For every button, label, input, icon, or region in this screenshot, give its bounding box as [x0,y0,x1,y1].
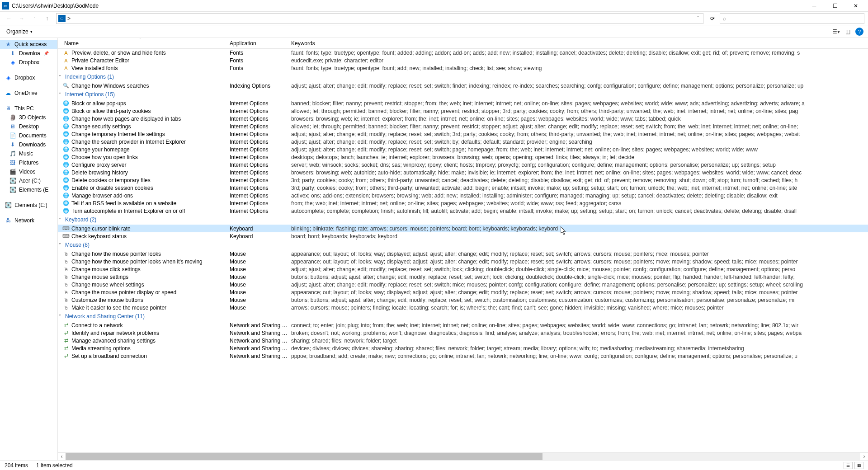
toolbar-right: ☰▾ ◫ ? [832,28,863,36]
item-icon: 🌐 [62,123,70,130]
list-item[interactable]: 🌐Turn autocomplete in Internet Explorer … [58,207,868,215]
list-item[interactable]: 🌐Delete browsing historyInternet Options… [58,169,868,176]
status-selected-items: 1 item selected [36,462,73,469]
list-item[interactable]: 🖱Change mouse settingsMousebutons; butto… [58,273,868,281]
item-application: Internet Options [230,146,291,153]
search-box[interactable]: ⌕ [720,13,864,24]
item-name: Connect to a network [71,322,230,329]
group-header[interactable]: ˅Internet Options (15) [58,89,868,99]
list-item[interactable]: ⇄Manage advanced sharing settingsNetwork… [58,337,868,344]
item-application: Mouse [230,251,291,257]
organize-button[interactable]: Organize ▾ [5,28,34,36]
item-name: Preview, delete, or show and hide fonts [71,50,230,56]
sidebar-network[interactable]: 🖧Network [0,216,57,225]
item-keywords: broken; doesn't; not; working; problems;… [291,330,868,336]
group-header[interactable]: ˅Network and Sharing Center (11) [58,311,868,321]
list-item[interactable]: 🌐Tell if an RSS feed is available on a w… [58,199,868,207]
star-icon: ★ [5,41,12,48]
list-item[interactable]: ⇄Identify and repair network problemsNet… [58,329,868,337]
list-item[interactable]: ⇄Connect to a networkNetwork and Sharing… [58,321,868,329]
list-item[interactable]: 🔍Change how Windows searchesIndexing Opt… [58,82,868,89]
list-item[interactable]: 🖱Change how the mouse pointer looks when… [58,258,868,265]
maximize-button[interactable]: ☐ [825,0,845,12]
objects3d-icon: 🗿 [9,114,16,121]
sidebar-3d-objects[interactable]: 🗿3D Objects [0,113,57,122]
column-header-application[interactable]: Application [230,40,291,47]
list-item[interactable]: 🖱Make it easier to see the mouse pointer… [58,304,868,311]
list-item[interactable]: ⌨Check keyboard statusKeyboardboard; bor… [58,232,868,240]
sidebar-music[interactable]: 🎵Music [0,149,57,158]
item-application: Internet Options [230,100,291,107]
list-item[interactable]: 🌐Block or allow third-party cookiesInter… [58,107,868,115]
list-item[interactable]: 🌐Change how web pages are displayed in t… [58,115,868,122]
sidebar-downloads-pinned[interactable]: ⬇Downloa📌 [0,49,57,58]
list-item[interactable]: 🌐Change security settingsInternet Option… [58,122,868,130]
sidebar-dropbox-pinned[interactable]: ◈Dropbox [0,58,57,67]
sidebar-acer-c[interactable]: 💽Acer (C:) [0,176,57,185]
list-item[interactable]: APrivate Character EditorFontseudcedit.e… [58,56,868,64]
chevron-down-icon: ˅ [59,92,65,97]
column-header-name[interactable]: Name [62,40,230,47]
sidebar-this-pc[interactable]: 🖥This PC [0,104,57,113]
group-header[interactable]: ˅Mouse (8) [58,240,868,250]
details-view-button[interactable]: ☰ [844,462,853,469]
search-input[interactable] [728,15,861,22]
group-header[interactable]: ˅Indexing Options (1) [58,72,868,82]
item-icon: 🌐 [62,200,70,207]
list-item[interactable]: 🌐Change your homepageInternet Optionsadj… [58,146,868,153]
sidebar-downloads[interactable]: ⬇Downloads [0,140,57,149]
list-item[interactable]: 🌐Change the search provider in Internet … [58,138,868,146]
list-item[interactable]: 🖱Change mouse wheel settingsMouseadjust;… [58,281,868,288]
group-header[interactable]: ˅Keyboard (2) [58,215,868,225]
item-icon: 🖱 [62,258,70,265]
column-header-keywords[interactable]: Keywords [291,40,868,47]
recent-dropdown[interactable]: ˅ [29,13,40,24]
sidebar-elements-e2[interactable]: 💽Elements (E:) [0,201,57,210]
back-button[interactable]: ← [4,13,14,24]
drive-icon: 💽 [9,177,16,184]
refresh-button[interactable]: ⟳ [707,13,718,24]
list-item[interactable]: ⌨Change cursor blink rateKeyboardblinkin… [58,225,868,232]
list-item[interactable]: ⇄Media streaming optionsNetwork and Shar… [58,344,868,352]
list-item[interactable]: APreview, delete, or show and hide fonts… [58,49,868,56]
address-dropdown[interactable]: ˅ [695,15,701,22]
preview-pane-button[interactable]: ◫ [844,28,852,35]
sidebar-pictures[interactable]: 🖼Pictures [0,158,57,167]
desktop-icon: 🖥 [9,123,16,130]
sidebar-documents[interactable]: 📄Documents [0,131,57,140]
up-button[interactable]: ↑ [42,13,52,24]
list-item[interactable]: 🌐Choose how you open linksInternet Optio… [58,153,868,161]
list-item[interactable]: 🖱Change how the mouse pointer looksMouse… [58,250,868,258]
list-item[interactable]: 🖱Customize the mouse buttonsMousebutons;… [58,296,868,304]
list-item[interactable]: 🌐Block or allow pop-upsInternet Optionsb… [58,99,868,107]
item-icon: A [62,57,70,64]
address-bar[interactable]: ▭ > ˅ [56,13,703,24]
minimize-button[interactable]: ─ [804,0,825,12]
navigation-pane[interactable]: ★Quick access ⬇Downloa📌 ◈Dropbox ◈Dropbo… [0,38,58,460]
list-item[interactable]: 🌐Manage browser add-onsInternet Optionsa… [58,192,868,199]
list-item[interactable]: 🌐Delete cookies or temporary filesIntern… [58,176,868,184]
sidebar-videos[interactable]: 🎬Videos [0,167,57,176]
chevron-down-icon: ˅ [59,217,65,222]
item-list[interactable]: APreview, delete, or show and hide fonts… [58,49,868,452]
list-item[interactable]: AView installed fontsFontsfaunt; fonts; … [58,64,868,72]
list-item[interactable]: 🌐Configure proxy serverInternet Optionss… [58,161,868,169]
horizontal-scrollbar[interactable]: ‹ › [58,452,868,460]
list-item[interactable]: 🖱Change the mouse pointer display or spe… [58,288,868,296]
forward-button[interactable]: → [16,13,27,24]
sidebar-onedrive[interactable]: ☁OneDrive [0,89,57,98]
list-item[interactable]: ⇄Set up a broadband connectionNetwork an… [58,352,868,360]
list-item[interactable]: 🌐Enable or disable session cookiesIntern… [58,184,868,192]
view-options-button[interactable]: ☰▾ [832,28,840,35]
item-application: Internet Options [230,131,291,137]
help-button[interactable]: ? [855,28,863,36]
dropbox-icon: ◈ [9,59,16,66]
list-item[interactable]: 🖱Change mouse click settingsMouseadjust;… [58,265,868,273]
sidebar-desktop[interactable]: 🖥Desktop [0,122,57,131]
close-button[interactable]: ✕ [845,0,866,12]
list-item[interactable]: 🌐Change temporary Internet file settings… [58,130,868,138]
sidebar-elements-e1[interactable]: 💽Elements (E [0,185,57,194]
sidebar-quick-access[interactable]: ★Quick access [0,40,57,49]
large-icons-view-button[interactable]: ▦ [854,462,863,469]
sidebar-dropbox[interactable]: ◈Dropbox [0,73,57,82]
